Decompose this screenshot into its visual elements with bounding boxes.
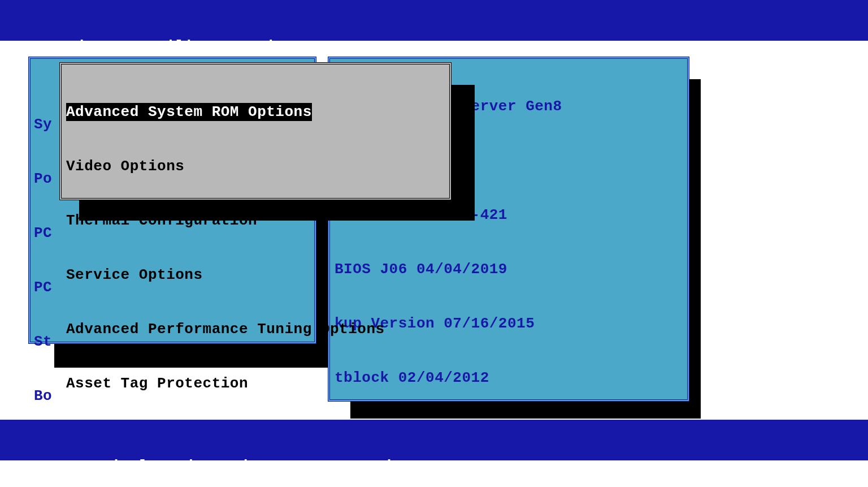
popup-item-video-options[interactable]: Video Options: [66, 157, 184, 175]
footer-line-1: <Enter> to Display Advanced System ROM O…: [2, 457, 866, 475]
popup-item-advanced-system-rom[interactable]: Advanced System ROM Options: [66, 103, 312, 121]
header-banner: ROM-Based Setup Utility, Version 3.00 Co…: [0, 0, 868, 41]
popup-item-service-options[interactable]: Service Options: [66, 266, 203, 284]
header-line-1: ROM-Based Setup Utility, Version 3.00: [2, 37, 866, 55]
popup-item-advanced-perf-tuning[interactable]: Advanced Performance Tuning Options: [66, 320, 385, 338]
popup-item-thermal-configuration[interactable]: Thermal Configuration: [66, 212, 257, 230]
advanced-options-popup: Advanced System ROM Options Video Option…: [59, 62, 452, 200]
footer-help-bar: <Enter> to Display Advanced System ROM O…: [0, 420, 868, 460]
popup-item-asset-tag-protection[interactable]: Asset Tag Protection: [66, 374, 248, 393]
